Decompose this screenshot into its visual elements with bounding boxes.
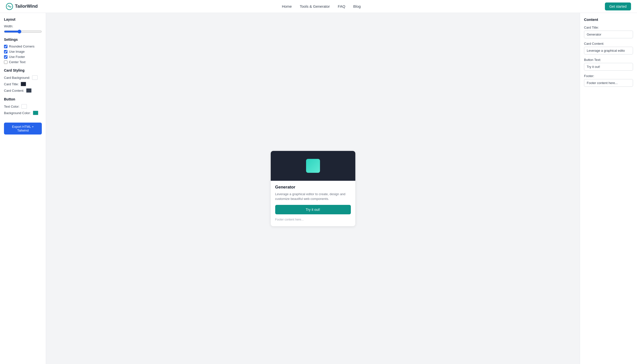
- right-card-title-label: Card Title:: [584, 26, 633, 29]
- button-section: Button Text Color: Background Color:: [4, 97, 42, 115]
- width-slider[interactable]: [4, 30, 42, 34]
- card-title: Generator: [275, 185, 351, 190]
- header: TailorWind Home Tools & Generator FAQ Bl…: [0, 0, 637, 13]
- main-preview: Generator Leverage a graphical editor to…: [46, 13, 580, 364]
- content-title: Content: [584, 18, 633, 22]
- card-title-swatch[interactable]: [21, 82, 26, 86]
- width-label: Width:: [4, 24, 42, 28]
- nav-faq[interactable]: FAQ: [338, 4, 345, 8]
- right-footer-label: Footer:: [584, 74, 633, 78]
- text-color-swatch[interactable]: [22, 104, 27, 109]
- nav: Home Tools & Generator FAQ Blog: [282, 4, 361, 8]
- right-card-title-input[interactable]: [584, 30, 633, 38]
- settings-title: Settings: [4, 38, 42, 42]
- checkbox-rounded-corners[interactable]: Rounded Corners: [4, 44, 42, 48]
- card-image-icon: [306, 159, 320, 173]
- card-title-color-label: Card Title:: [4, 82, 19, 86]
- left-sidebar: Layout Width: Settings Rounded Corners U…: [0, 13, 46, 364]
- card-footer: Footer content here...: [275, 218, 351, 222]
- right-card-content-input[interactable]: [584, 47, 633, 54]
- bg-color-swatch[interactable]: [33, 111, 38, 115]
- right-footer-input[interactable]: [584, 79, 633, 87]
- right-button-text-input[interactable]: [584, 63, 633, 70]
- card-bg-row: Card Background:: [4, 75, 42, 80]
- right-sidebar: Content Card Title: Card Content: Button…: [580, 13, 637, 364]
- card-bg-swatch[interactable]: [32, 75, 38, 80]
- checkbox-use-footer[interactable]: Use Footer: [4, 55, 42, 59]
- app-body: Layout Width: Settings Rounded Corners U…: [0, 13, 637, 364]
- card-content-color-label: Card Content:: [4, 89, 24, 92]
- bg-color-label: Background Color:: [4, 111, 31, 115]
- card-content-swatch[interactable]: [26, 88, 32, 93]
- logo-text: TailorWind: [15, 4, 38, 9]
- get-started-button[interactable]: Get started: [605, 2, 631, 10]
- layout-title: Layout: [4, 18, 42, 22]
- settings-section: Settings Rounded Corners Use Image Use F…: [4, 38, 42, 64]
- card-styling-title: Card Styling: [4, 68, 42, 72]
- card-title-row: Card Title:: [4, 82, 42, 86]
- button-title: Button: [4, 97, 42, 101]
- text-color-row: Text Color:: [4, 104, 42, 109]
- card-content: Leverage a graphical editor to create, d…: [275, 192, 351, 202]
- nav-tools[interactable]: Tools & Generator: [300, 4, 330, 8]
- logo-icon: [6, 3, 13, 10]
- card-preview: Generator Leverage a graphical editor to…: [271, 151, 355, 226]
- card-button[interactable]: Try it out!: [275, 205, 351, 214]
- bg-color-row: Background Color:: [4, 111, 42, 115]
- checkbox-use-image[interactable]: Use Image: [4, 50, 42, 54]
- card-bg-label: Card Background:: [4, 76, 30, 80]
- card-styling-section: Card Styling Card Background: Card Title…: [4, 68, 42, 93]
- checkbox-center-text[interactable]: Center Text: [4, 60, 42, 64]
- logo: TailorWind: [6, 3, 38, 10]
- export-button[interactable]: Export HTML + Tailwind: [4, 122, 42, 134]
- right-card-content-label: Card Content:: [584, 42, 633, 46]
- card-body: Generator Leverage a graphical editor to…: [271, 181, 355, 226]
- nav-home[interactable]: Home: [282, 4, 292, 8]
- right-button-text-label: Button Text:: [584, 58, 633, 62]
- nav-blog[interactable]: Blog: [353, 4, 361, 8]
- card-content-row: Card Content:: [4, 88, 42, 93]
- card-image: [271, 151, 355, 181]
- text-color-label: Text Color:: [4, 105, 20, 108]
